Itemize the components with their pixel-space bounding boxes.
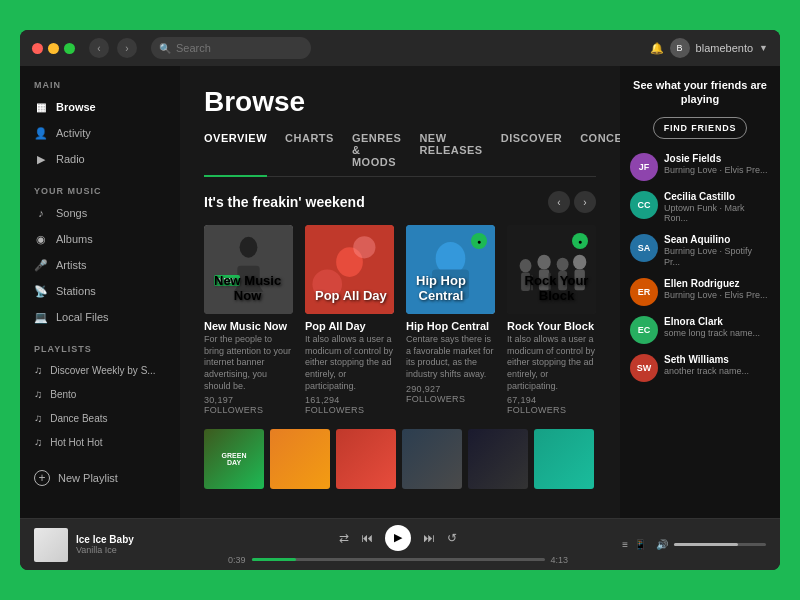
friend-name-5: Seth Williams	[664, 354, 770, 366]
svg-point-1	[240, 237, 258, 258]
strip-thumb-2[interactable]	[336, 429, 396, 489]
songs-icon: ♪	[34, 206, 48, 220]
friend-item-1[interactable]: CC Cecilia Castillo Uptown Funk · Mark R…	[630, 191, 770, 225]
close-button[interactable]	[32, 43, 43, 54]
progress-bar[interactable]	[252, 558, 545, 561]
find-friends-button[interactable]: FIND FRIENDS	[653, 117, 748, 139]
playlist-cover-0: NEW New MusicNow	[204, 225, 293, 314]
friend-track-4: some long track name...	[664, 328, 770, 339]
friend-track-2: Burning Love · Spotify Pr...	[664, 246, 770, 268]
friend-item-2[interactable]: SA Sean Aquilino Burning Love · Spotify …	[630, 234, 770, 268]
playlist-cover-3: ● Rock Your Block	[507, 225, 596, 314]
sidebar-item-stations[interactable]: 📡 Stations	[20, 278, 180, 304]
now-playing-info: Ice Ice Baby Vanilla Ice	[76, 534, 174, 555]
tab-new-releases[interactable]: New Releases	[419, 132, 482, 176]
friend-track-1: Uptown Funk · Mark Ron...	[664, 203, 770, 225]
sidebar-section-main: MAIN	[20, 66, 180, 94]
now-playing-title: Ice Ice Baby	[76, 534, 174, 545]
back-button[interactable]: ‹	[89, 38, 109, 58]
fullscreen-button[interactable]	[64, 43, 75, 54]
strip-thumb-3[interactable]	[402, 429, 462, 489]
svg-point-13	[537, 255, 550, 270]
friend-item-0[interactable]: JF Josie Fields Burning Love · Elvis Pre…	[630, 153, 770, 181]
playlist-card-1[interactable]: Pop All Day Pop All Day It also allows a…	[305, 225, 394, 415]
volume-bar[interactable]	[674, 543, 766, 546]
strip-thumb-5[interactable]	[534, 429, 594, 489]
strip-thumb-1[interactable]	[270, 429, 330, 489]
cover-image-1: Pop All Day	[305, 225, 394, 314]
friend-info-0: Josie Fields Burning Love · Elvis Pre...	[664, 153, 770, 176]
minimize-button[interactable]	[48, 43, 59, 54]
local-files-icon: 💻	[34, 310, 48, 324]
playlist-card-2[interactable]: ● Hip HopCentral Hip Hop Central Centare…	[406, 225, 495, 415]
next-button[interactable]: ⏭	[423, 531, 435, 545]
spotify-dot-2: ●	[471, 233, 487, 249]
previous-button[interactable]: ⏮	[361, 531, 373, 545]
sidebar-item-albums[interactable]: ◉ Albums	[20, 226, 180, 252]
player-controls: ⇄ ⏮ ▶ ⏭ ↺ 0:39 4:13	[184, 525, 612, 565]
tab-genres[interactable]: Genres & Moods	[352, 132, 401, 176]
notification-icon[interactable]: 🔔	[650, 42, 664, 55]
playlist-followers-0: 30,197 FOLLOWERS	[204, 395, 293, 415]
friend-name-3: Ellen Rodriguez	[664, 278, 770, 290]
friend-item-5[interactable]: SW Seth Williams another track name...	[630, 354, 770, 382]
play-button[interactable]: ▶	[385, 525, 411, 551]
sidebar-section-playlists: PLAYLISTS	[20, 330, 180, 358]
username-label: blamebento	[696, 42, 754, 54]
friends-header: See what your friends are playing	[630, 78, 770, 107]
forward-button[interactable]: ›	[117, 38, 137, 58]
chevron-down-icon[interactable]: ▼	[759, 43, 768, 53]
playlist-icon-3: ♫	[34, 436, 42, 448]
tab-overview[interactable]: Overview	[204, 132, 267, 176]
radio-icon: ▶	[34, 152, 48, 166]
new-playlist-button[interactable]: + New Playlist	[20, 462, 180, 494]
friend-avatar-0: JF	[630, 153, 658, 181]
sidebar-item-browse[interactable]: ▦ Browse	[20, 94, 180, 120]
shuffle-button[interactable]: ⇄	[339, 531, 349, 545]
sidebar-item-local-files[interactable]: 💻 Local Files	[20, 304, 180, 330]
current-time: 0:39	[228, 555, 246, 565]
sidebar-item-artists[interactable]: 🎤 Artists	[20, 252, 180, 278]
search-icon: 🔍	[159, 43, 171, 54]
tab-discover[interactable]: Discover	[501, 132, 562, 176]
playlist-card-3[interactable]: ● Rock Your Block Rock Your Block It als…	[507, 225, 596, 415]
sidebar: MAIN ▦ Browse 👤 Activity ▶ Radio YOUR MU…	[20, 66, 180, 518]
sidebar-item-playlist-2[interactable]: ♫ Dance Beats	[20, 406, 180, 430]
friend-name-4: Elnora Clark	[664, 316, 770, 328]
spotify-dot-3: ●	[572, 233, 588, 249]
friend-avatar-3: ER	[630, 278, 658, 306]
arrow-right-button[interactable]: ›	[574, 191, 596, 213]
strip-thumb-0[interactable]: GREENDAY	[204, 429, 264, 489]
svg-point-11	[520, 259, 532, 272]
list-icon[interactable]: ≡	[622, 539, 628, 550]
search-bar[interactable]: 🔍	[151, 37, 311, 59]
total-time: 4:13	[551, 555, 569, 565]
friend-item-4[interactable]: EC Elnora Clark some long track name...	[630, 316, 770, 344]
playlist-desc-0: For the people to bring attention to you…	[204, 334, 293, 392]
nav-arrows: ‹ ›	[548, 191, 596, 213]
bottom-strip: GREENDAY	[204, 429, 596, 497]
friend-track-3: Burning Love · Elvis Pre...	[664, 290, 770, 301]
friend-avatar-4: EC	[630, 316, 658, 344]
user-area: 🔔 B blamebento ▼	[650, 38, 768, 58]
tab-charts[interactable]: Charts	[285, 132, 334, 176]
sidebar-item-playlist-1[interactable]: ♫ Bento	[20, 382, 180, 406]
sidebar-item-playlist-0[interactable]: ♫ Discover Weekly by S...	[20, 358, 180, 382]
strip-thumb-4[interactable]	[468, 429, 528, 489]
sidebar-item-playlist-3[interactable]: ♫ Hot Hot Hot	[20, 430, 180, 454]
friend-item-3[interactable]: ER Ellen Rodriguez Burning Love · Elvis …	[630, 278, 770, 306]
svg-point-5	[353, 236, 375, 258]
tab-concerts[interactable]: Concerts	[580, 132, 620, 176]
playlist-name-0: New Music Now	[204, 320, 293, 332]
repeat-button[interactable]: ↺	[447, 531, 457, 545]
playlist-card-0[interactable]: NEW New MusicNow New Music Now For the p…	[204, 225, 293, 415]
sidebar-item-radio[interactable]: ▶ Radio	[20, 146, 180, 172]
sidebar-item-activity[interactable]: 👤 Activity	[20, 120, 180, 146]
sidebar-item-songs[interactable]: ♪ Songs	[20, 200, 180, 226]
volume-icon: 🔊	[656, 539, 668, 550]
arrow-left-button[interactable]: ‹	[548, 191, 570, 213]
browse-tabs: Overview Charts Genres & Moods New Relea…	[204, 132, 596, 177]
friend-track-0: Burning Love · Elvis Pre...	[664, 165, 770, 176]
search-input[interactable]	[176, 42, 296, 54]
devices-icon[interactable]: 📱	[634, 539, 646, 550]
